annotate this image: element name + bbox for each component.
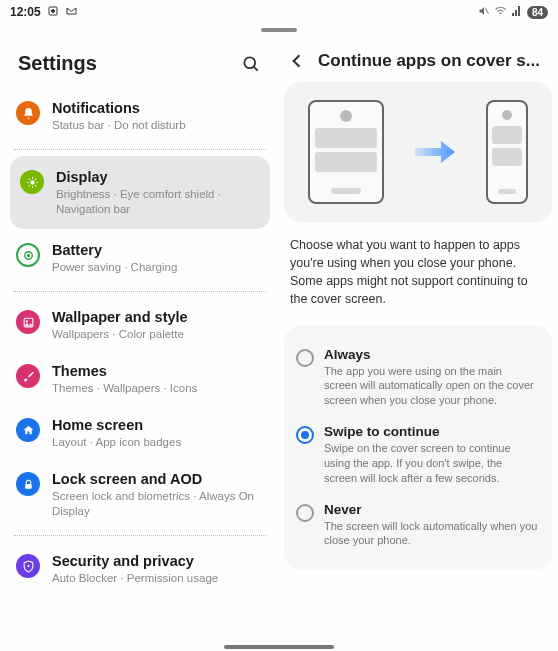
- sidebar-item-label: Home screen: [52, 416, 266, 434]
- sidebar-item-label: Themes: [52, 362, 266, 380]
- chevron-left-icon: [287, 51, 307, 71]
- sidebar-item-security[interactable]: Security and privacy Auto Blocker · Perm…: [0, 542, 280, 596]
- svg-point-5: [30, 180, 34, 184]
- svg-point-17: [25, 320, 27, 322]
- option-sub: The screen will lock automatically when …: [324, 519, 538, 549]
- svg-rect-18: [25, 484, 32, 489]
- sidebar-item-label: Display: [56, 168, 260, 186]
- sidebar-item-label: Lock screen and AOD: [52, 470, 266, 488]
- svg-line-13: [35, 178, 36, 179]
- phone-main-illustration: [308, 100, 384, 204]
- option-title: Always: [324, 347, 538, 362]
- option-title: Swipe to continue: [324, 424, 538, 439]
- svg-point-3: [244, 57, 255, 68]
- option-sub: Swipe on the cover screen to continue us…: [324, 441, 538, 486]
- search-button[interactable]: [240, 53, 262, 75]
- sidebar-item-sub: Status bar · Do not disturb: [52, 118, 266, 133]
- drag-handle[interactable]: [0, 24, 558, 36]
- svg-point-15: [26, 253, 29, 256]
- settings-list-panel: Settings Notifications Status bar · Do n…: [0, 36, 280, 645]
- sidebar-item-display[interactable]: Display Brightness · Eye comfort shield …: [10, 156, 270, 229]
- sidebar-item-sub: Themes · Wallpapers · Icons: [52, 381, 266, 396]
- svg-point-19: [27, 565, 29, 567]
- phone-cover-illustration: [486, 100, 528, 204]
- mail-status-icon: [65, 5, 78, 20]
- lock-icon: [16, 472, 40, 496]
- illustration-card: [284, 82, 552, 222]
- sidebar-item-label: Battery: [52, 241, 266, 259]
- status-time: 12:05: [10, 5, 41, 19]
- sidebar-item-sub: Layout · App icon badges: [52, 435, 266, 450]
- sidebar-item-battery[interactable]: Battery Power saving · Charging: [0, 231, 280, 285]
- wifi-icon: [494, 5, 507, 20]
- bell-icon: [16, 101, 40, 125]
- sidebar-item-sub: Power saving · Charging: [52, 260, 266, 275]
- radio-checked-icon: [296, 426, 314, 444]
- sidebar-item-sub: Auto Blocker · Permission usage: [52, 571, 266, 586]
- battery-badge: 84: [527, 6, 548, 19]
- sidebar-item-wallpaper[interactable]: Wallpaper and style Wallpapers · Color p…: [0, 298, 280, 352]
- mute-icon: [478, 5, 490, 20]
- separator: [14, 149, 266, 150]
- svg-line-4: [254, 66, 258, 70]
- nav-gesture-bar[interactable]: [0, 645, 558, 649]
- shield-icon: [16, 554, 40, 578]
- option-always[interactable]: Always The app you were using on the mai…: [292, 339, 542, 417]
- home-icon: [16, 418, 40, 442]
- svg-line-2: [485, 8, 488, 13]
- option-title: Never: [324, 502, 538, 517]
- signal-icon: [511, 5, 523, 20]
- sidebar-item-lock[interactable]: Lock screen and AOD Screen lock and biom…: [0, 460, 280, 529]
- sidebar-item-label: Notifications: [52, 99, 266, 117]
- brush-icon: [16, 364, 40, 388]
- sidebar-item-label: Security and privacy: [52, 552, 266, 570]
- sidebar-item-themes[interactable]: Themes Themes · Wallpapers · Icons: [0, 352, 280, 406]
- option-sub: The app you were using on the main scree…: [324, 364, 538, 409]
- sidebar-item-label: Wallpaper and style: [52, 308, 266, 326]
- detail-panel: Continue apps on cover s... Choose what …: [280, 36, 558, 645]
- options-group: Always The app you were using on the mai…: [284, 325, 552, 571]
- svg-line-11: [35, 185, 36, 186]
- battery-icon: [16, 243, 40, 267]
- option-swipe[interactable]: Swipe to continue Swipe on the cover scr…: [292, 416, 542, 494]
- sidebar-item-notifications[interactable]: Notifications Status bar · Do not distur…: [0, 89, 280, 143]
- svg-line-10: [28, 178, 29, 179]
- page-title: Settings: [18, 52, 97, 75]
- radio-icon: [296, 504, 314, 522]
- arrow-right-icon: [413, 138, 457, 166]
- status-bar: 12:05 84: [0, 0, 558, 24]
- svg-line-12: [28, 185, 29, 186]
- option-never[interactable]: Never The screen will lock automatically…: [292, 494, 542, 557]
- separator: [14, 535, 266, 536]
- radio-icon: [296, 349, 314, 367]
- sidebar-item-sub: Screen lock and biometrics · Always On D…: [52, 489, 266, 519]
- sidebar-item-sub: Brightness · Eye comfort shield · Naviga…: [56, 187, 260, 217]
- svg-point-1: [51, 9, 54, 12]
- sun-icon: [20, 170, 44, 194]
- search-icon: [241, 54, 261, 74]
- sidebar-item-sub: Wallpapers · Color palette: [52, 327, 266, 342]
- separator: [14, 291, 266, 292]
- detail-description: Choose what you want to happen to apps y…: [284, 222, 552, 325]
- camera-status-icon: [47, 5, 59, 20]
- sidebar-item-home[interactable]: Home screen Layout · App icon badges: [0, 406, 280, 460]
- back-button[interactable]: [286, 50, 308, 72]
- detail-title: Continue apps on cover s...: [318, 51, 540, 71]
- image-icon: [16, 310, 40, 334]
